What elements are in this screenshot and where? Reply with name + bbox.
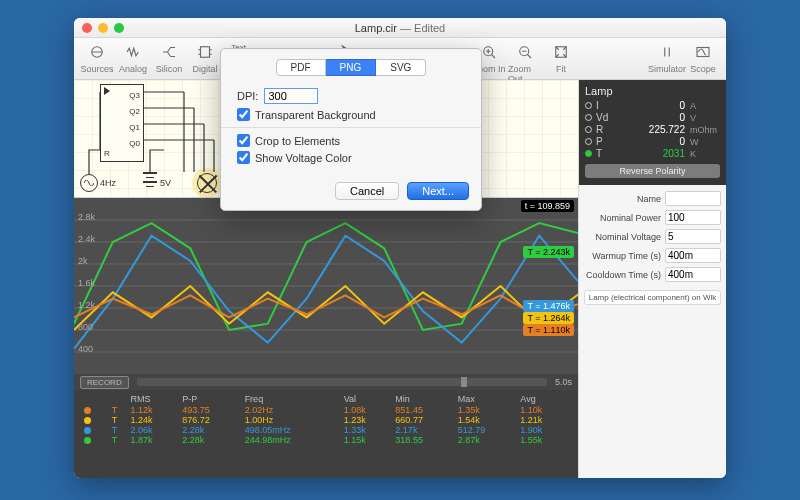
name-label: Name [584, 194, 661, 204]
scope-ylabel: 2.8k [78, 212, 95, 222]
transparent-checkbox[interactable] [237, 108, 250, 121]
stat-cell: 493.75 [180, 405, 242, 415]
playhead[interactable] [461, 377, 467, 387]
inspector-panel: Lamp I0AVd0VR225.722mOhmP0WT2031K Revers… [578, 80, 726, 478]
readout-label: R [596, 124, 614, 135]
fit-icon [550, 41, 572, 63]
readout: Lamp I0AVd0VR225.722mOhmP0WT2031K Revers… [579, 80, 726, 185]
readout-row[interactable]: T2031K [585, 148, 720, 159]
stats-table: RMSP-PFreqValMinMaxAvg T1.12k493.752.02H… [82, 393, 570, 445]
close-icon[interactable] [82, 23, 92, 33]
stats-panel: RMSP-PFreqValMinMaxAvg T1.12k493.752.02H… [74, 390, 578, 478]
dpi-field[interactable] [264, 88, 318, 104]
scope-ylabel: 400 [78, 344, 93, 354]
stat-cell: 1.12k [129, 405, 181, 415]
simulator-button[interactable]: Simulator [650, 41, 684, 74]
readout-row[interactable]: I0A [585, 100, 720, 111]
stat-cell: 1.35k [456, 405, 518, 415]
minimize-icon[interactable] [98, 23, 108, 33]
probe-dot-icon [585, 138, 592, 145]
silicon-button[interactable]: Silicon [152, 41, 186, 84]
stat-cell: 244.98mHz [243, 435, 342, 445]
tab-png[interactable]: PNG [326, 59, 377, 76]
row-label: T [110, 435, 129, 445]
zoomout-button[interactable]: Zoom Out [508, 41, 542, 84]
readout-unit: K [690, 149, 720, 159]
scope-ylabel: 2.4k [78, 234, 95, 244]
stat-cell: 1.08k [342, 405, 394, 415]
readout-value: 225.722 [618, 124, 685, 135]
format-segmented: PDF PNG SVG [221, 49, 481, 84]
stats-header [110, 393, 129, 405]
silicon-icon [158, 41, 180, 63]
voltagecolor-checkbox[interactable] [237, 151, 250, 164]
reverse-polarity-button[interactable]: Reverse Polarity [585, 164, 720, 178]
stat-cell: 2.02Hz [243, 405, 342, 415]
row-color-icon [82, 425, 110, 435]
scope-ylabel: 800 [78, 322, 93, 332]
stat-cell: 2.06k [129, 425, 181, 435]
table-row[interactable]: T1.87k2.28k244.98mHz1.15k318.552.87k1.55… [82, 435, 570, 445]
fit-button[interactable]: Fit [544, 41, 578, 84]
stats-header: Avg [518, 393, 570, 405]
nominal-power-label: Nominal Power [584, 213, 661, 223]
table-row[interactable]: T1.12k493.752.02Hz1.08k851.451.35k1.10k [82, 405, 570, 415]
readout-label: I [596, 100, 614, 111]
record-button[interactable]: RECORD [80, 376, 129, 389]
readout-unit: W [690, 137, 720, 147]
scope-badge: t = 109.859 [521, 200, 574, 212]
tab-pdf[interactable]: PDF [276, 59, 326, 76]
stat-cell: 876.72 [180, 415, 242, 425]
analog-button[interactable]: Analog [116, 41, 150, 84]
probe-dot-icon [585, 102, 592, 109]
timeline[interactable] [137, 378, 547, 386]
wiki-link-button[interactable]: Lamp (electrical component) on Wik [584, 290, 721, 305]
zoom-out-icon [514, 41, 536, 63]
table-row[interactable]: T1.24k876.721.00Hz1.23k660.771.54k1.21k [82, 415, 570, 425]
record-bar: RECORD 5.0s [74, 374, 578, 390]
timecode: 5.0s [555, 377, 572, 387]
sources-button[interactable]: Sources [80, 41, 114, 84]
stat-cell: 1.87k [129, 435, 181, 445]
readout-row[interactable]: Vd0V [585, 112, 720, 123]
tab-svg[interactable]: SVG [376, 59, 426, 76]
nominal-voltage-field[interactable] [665, 229, 721, 244]
nominal-power-field[interactable] [665, 210, 721, 225]
stat-cell: 318.55 [393, 435, 455, 445]
scope-button[interactable]: Scope [686, 41, 720, 74]
readout-value: 0 [618, 112, 685, 123]
crop-checkbox[interactable] [237, 134, 250, 147]
cancel-button[interactable]: Cancel [335, 182, 399, 200]
scope-ylabel: 2k [78, 256, 88, 266]
scope-icon [692, 41, 714, 63]
stats-header: Val [342, 393, 394, 405]
table-row[interactable]: T2.06k2.28k498.05mHz1.33k2.17k512.791.90… [82, 425, 570, 435]
probe-dot-icon [585, 114, 592, 121]
stat-cell: 512.79 [456, 425, 518, 435]
stat-cell: 2.87k [456, 435, 518, 445]
next-button[interactable]: Next... [407, 182, 469, 200]
maximize-icon[interactable] [114, 23, 124, 33]
stats-header: Min [393, 393, 455, 405]
scope-badge: T = 1.264k [523, 312, 574, 324]
row-color-icon [82, 405, 110, 415]
readout-row[interactable]: P0W [585, 136, 720, 147]
dpi-label: DPI: [237, 90, 258, 102]
name-field[interactable] [665, 191, 721, 206]
titlebar: Lamp.cir — Edited [74, 18, 726, 38]
trace [74, 236, 578, 349]
scope-ylabel: 1.6k [78, 278, 95, 288]
properties: Name Nominal Power Nominal Voltage Warmu… [579, 185, 726, 311]
warmup-label: Warmup Time (s) [584, 251, 661, 261]
oscilloscope[interactable]: 2.8k2.4k2k1.6k1.2k800400 t = 109.859T = … [74, 198, 578, 374]
readout-unit: mOhm [690, 125, 720, 135]
warmup-field[interactable] [665, 248, 721, 263]
probe-dot-icon [585, 150, 592, 157]
readout-row[interactable]: R225.722mOhm [585, 124, 720, 135]
digital-button[interactable]: Digital [188, 41, 222, 84]
readout-unit: A [690, 101, 720, 111]
window-title: Lamp.cir — Edited [74, 22, 726, 34]
cooldown-field[interactable] [665, 267, 721, 282]
readout-label: Vd [596, 112, 614, 123]
stats-header: P-P [180, 393, 242, 405]
